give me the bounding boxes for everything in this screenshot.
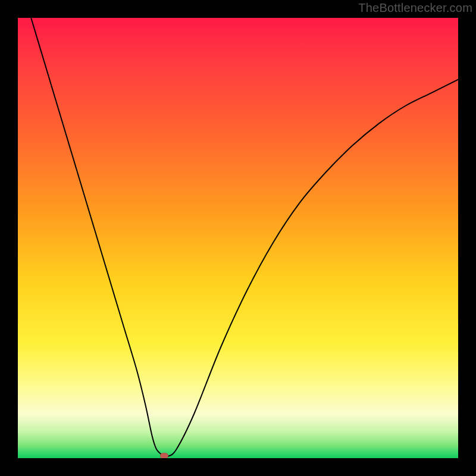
curve-layer <box>18 18 458 458</box>
attribution-text: TheBottlenecker.com <box>358 1 472 15</box>
chart-frame: TheBottlenecker.com <box>0 0 476 476</box>
bottleneck-curve <box>31 18 458 457</box>
plot-area <box>18 18 458 458</box>
minimum-marker <box>160 453 168 458</box>
